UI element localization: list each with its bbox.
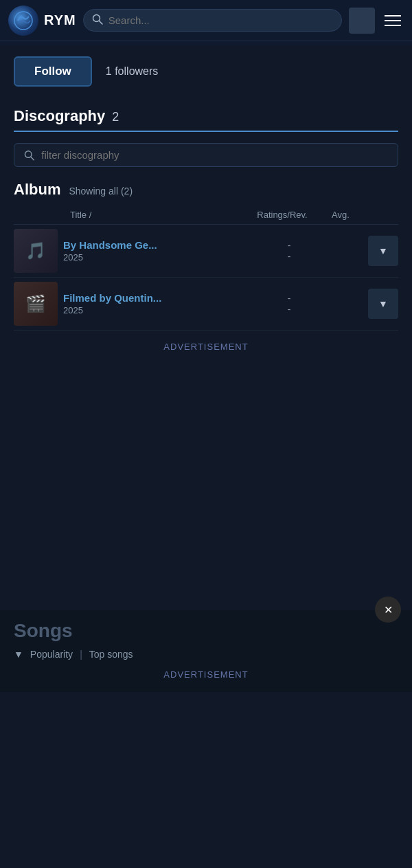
app-header: RYM [0,0,412,41]
chevron-down-icon: ▼ [378,298,388,309]
filter-bar[interactable] [14,143,398,167]
hamburger-menu-button[interactable] [382,12,404,29]
discography-header: Discography 2 [14,107,398,132]
hamburger-line [385,15,401,16]
album-name-link[interactable]: Filmed by Quentin... [63,292,251,304]
album-thumbnail [14,282,58,326]
followers-count: 1 followers [106,65,158,78]
hamburger-line [385,20,401,21]
logo-container: RYM [8,5,76,36]
table-row: Filmed by Quentin... 2025 - - ▼ [14,278,398,331]
search-icon [92,14,103,27]
follow-section: Follow 1 followers [0,45,412,93]
filter-separator: | [80,649,82,660]
songs-section-title: Songs [14,620,398,642]
album-section: Album Showing all (2) Title / Ratings/Re… [0,181,412,363]
album-year: 2025 [63,305,83,315]
app-logo-icon [8,5,38,36]
avatar[interactable] [349,8,375,34]
album-year: 2025 [63,252,83,263]
col-avg-header: Avg. [320,210,361,220]
search-input[interactable] [108,14,333,26]
filter-search-icon [24,150,34,161]
table-header: Title / Ratings/Rev. Avg. [14,205,398,225]
bottom-advertisement-label: ADVERTISEMENT [14,660,398,682]
album-action-button[interactable]: ▼ [368,236,398,266]
svg-line-4 [31,157,34,159]
close-button[interactable]: ✕ [375,597,401,623]
filter-discography-input[interactable] [41,149,388,161]
album-thumbnail [14,229,58,273]
discography-section: Discography 2 [0,93,412,167]
table-row: By Handsome Ge... 2025 - - ▼ [14,225,398,278]
discography-count: 2 [112,110,119,124]
songs-filter-bar: ▼ Popularity | Top songs [14,649,398,660]
album-showing-count: Showing all (2) [69,186,133,197]
col-title-header: Title / [70,210,244,220]
album-info: By Handsome Ge... 2025 [63,239,251,263]
search-bar[interactable] [83,9,342,32]
top-songs-link[interactable]: Top songs [89,649,133,660]
album-info: Filmed by Quentin... 2025 [63,292,251,316]
album-action-button[interactable]: ▼ [368,289,398,319]
discography-title: Discography [14,107,105,125]
album-ratings: - - [251,240,327,262]
col-ratings-header: Ratings/Rev. [244,210,320,220]
app-logo-text: RYM [44,12,76,28]
bottom-section: ✕ Songs ▼ Popularity | Top songs ADVERTI… [0,610,412,692]
album-ratings: - - [251,293,327,315]
hamburger-line [385,25,401,26]
album-header: Album Showing all (2) [14,181,398,199]
popularity-filter-icon: ▼ [14,649,23,660]
album-section-title: Album [14,181,60,199]
chevron-down-icon: ▼ [378,245,388,256]
popularity-filter-link[interactable]: Popularity [30,649,73,660]
svg-line-2 [99,21,102,25]
follow-button[interactable]: Follow [14,56,92,87]
advertisement-label: ADVERTISEMENT [14,331,398,363]
album-name-link[interactable]: By Handsome Ge... [63,239,251,251]
